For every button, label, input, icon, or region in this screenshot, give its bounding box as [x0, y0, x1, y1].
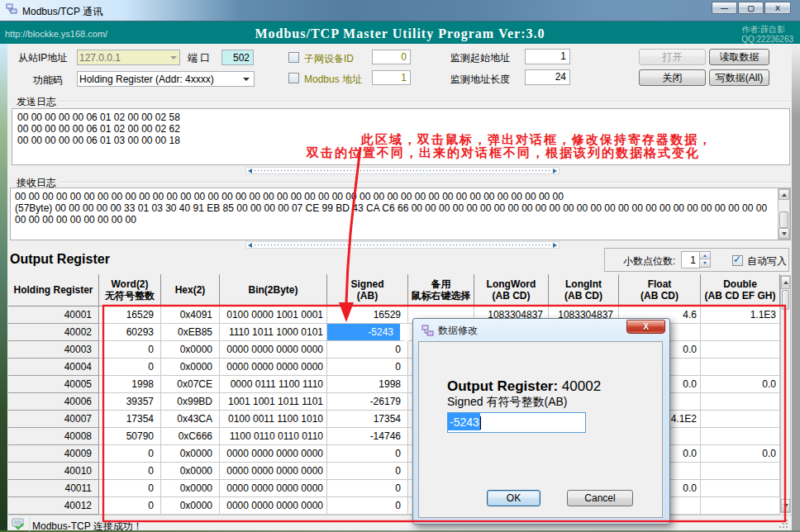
minimize-button[interactable]: —: [712, 2, 737, 14]
cell-40007-word[interactable]: 17354: [99, 411, 161, 428]
cell-40011-word[interactable]: 0: [99, 480, 161, 497]
cell-40002-signed[interactable]: -5243: [327, 324, 408, 341]
send-log-hscrollbar[interactable]: [245, 167, 560, 174]
slave-ip-combo[interactable]: 127.0.0.1: [77, 50, 180, 65]
cell-40009-word[interactable]: 0: [99, 445, 161, 463]
recv-log-hscrollbar[interactable]: [245, 241, 560, 249]
decimal-places-spinner[interactable]: 1: [681, 251, 700, 268]
cell-40003-signed[interactable]: 0: [327, 341, 408, 359]
func-combo-arrow-icon[interactable]: [243, 78, 250, 81]
cell-40003-word[interactable]: 0: [99, 341, 161, 359]
cell-40009-double[interactable]: 0.0: [701, 445, 780, 463]
cell-40011-double[interactable]: [701, 480, 780, 497]
cell-40002-word[interactable]: 60293: [99, 324, 161, 341]
cell-40001-hex[interactable]: 0x4091: [161, 306, 220, 324]
cell-40001-word[interactable]: 16529: [99, 306, 161, 324]
cell-40012-bin[interactable]: 0000 0000 0000 0000: [220, 497, 327, 515]
maximize-button[interactable]: ▢: [738, 2, 764, 14]
cell-40003-hex[interactable]: 0x0000: [161, 341, 220, 359]
cell-40012-double[interactable]: [701, 497, 780, 515]
recv-scroll-thumb[interactable]: [779, 211, 788, 228]
cell-40005-word[interactable]: 1998: [99, 376, 161, 393]
cell-40002-hex[interactable]: 0xEB85: [161, 324, 220, 341]
table-vscrollbar[interactable]: [780, 275, 791, 513]
cell-40010-signed[interactable]: 0: [327, 463, 408, 480]
cell-40004-bin[interactable]: 0000 0000 0000 0000: [220, 359, 327, 376]
cell-40007-double[interactable]: [701, 411, 780, 428]
table-scroll-up-icon[interactable]: [781, 276, 790, 289]
recv-log-vscrollbar[interactable]: [778, 188, 790, 240]
cell-40006-bin[interactable]: 1001 1001 1011 1101: [220, 393, 327, 411]
cell-40009-hex[interactable]: 0x0000: [161, 445, 220, 463]
dialog-close-button[interactable]: X: [626, 320, 665, 334]
close-button[interactable]: X: [764, 2, 791, 14]
output-register-title: Output Register: [10, 252, 110, 267]
cell-40006-word[interactable]: 39357: [99, 393, 161, 411]
resize-grip[interactable]: [779, 519, 788, 529]
cell-40007-hex[interactable]: 0x43CA: [161, 411, 220, 428]
cell-40012-hex[interactable]: 0x0000: [161, 497, 220, 515]
cell-40009-signed[interactable]: 0: [327, 445, 408, 463]
table-scroll-down-icon[interactable]: [781, 499, 790, 512]
cell-40008-signed[interactable]: -14746: [327, 428, 408, 445]
cell-40004-signed[interactable]: 0: [327, 359, 408, 376]
recv-scroll-down-icon[interactable]: [779, 228, 789, 239]
cell-40004-double[interactable]: [701, 359, 780, 376]
cell-40005-double[interactable]: 0.0: [701, 376, 780, 393]
cell-40008-hex[interactable]: 0xC666: [161, 428, 220, 445]
cell-40010-double[interactable]: [701, 463, 780, 480]
cell-40002-double[interactable]: [701, 324, 780, 341]
cell-40001-double[interactable]: 1.1E3: [701, 306, 780, 324]
cell-40010-hex[interactable]: 0x0000: [161, 463, 220, 480]
cell-40009-bin[interactable]: 0000 0000 0000 0000: [220, 445, 327, 463]
dialog-value-input[interactable]: -5243: [447, 412, 586, 433]
recv-scroll-up-icon[interactable]: [779, 189, 789, 200]
cell-40012-word[interactable]: 0: [99, 497, 161, 515]
cell-40012-signed[interactable]: 0: [327, 497, 408, 515]
cell-40008-word[interactable]: 50790: [99, 428, 161, 445]
modbus-addr-checkbox[interactable]: [288, 73, 299, 83]
cell-40001-bin[interactable]: 0100 0000 1001 0001: [220, 306, 327, 324]
addr-len-field[interactable]: 24: [525, 69, 570, 85]
ip-combo-arrow-icon[interactable]: [170, 56, 177, 59]
func-code-combo[interactable]: Holding Register (Addr: 4xxxx): [77, 71, 255, 87]
cell-40003-bin[interactable]: 0000 0000 0000 0000: [220, 341, 327, 359]
dialog-ok-button[interactable]: OK: [487, 490, 540, 506]
cell-40005-bin[interactable]: 0000 0111 1100 1110: [220, 376, 327, 393]
write-data-button[interactable]: 写数据(All): [709, 69, 769, 86]
cell-40010-bin[interactable]: 0000 0000 0000 0000: [220, 463, 327, 480]
port-field[interactable]: 502: [221, 50, 254, 65]
open-button[interactable]: 打开: [639, 49, 706, 65]
start-addr-field[interactable]: 1: [525, 49, 570, 64]
table-scroll-thumb[interactable]: [782, 290, 789, 310]
spinner-down-icon[interactable]: [699, 259, 711, 268]
cell-40004-hex[interactable]: 0x0000: [161, 359, 220, 376]
cell-40005-hex[interactable]: 0x07CE: [161, 376, 220, 393]
dialog-cancel-button[interactable]: Cancel: [567, 490, 633, 506]
cell-40008-bin[interactable]: 1100 0110 0110 0110: [220, 428, 327, 445]
read-data-button[interactable]: 读取数据: [709, 49, 769, 65]
cell-40007-signed[interactable]: 17354: [327, 411, 408, 428]
subnet-id-checkbox[interactable]: [288, 52, 299, 63]
cell-40003-double[interactable]: [701, 341, 780, 359]
cell-40006-signed[interactable]: -26179: [327, 393, 408, 411]
close-conn-button[interactable]: 关闭: [639, 69, 706, 86]
spinner-up-icon[interactable]: [699, 251, 711, 259]
cell-40011-hex[interactable]: 0x0000: [161, 480, 220, 497]
cell-40008-double[interactable]: [701, 428, 780, 445]
cell-40011-signed[interactable]: 0: [327, 480, 408, 497]
cell-40005-signed[interactable]: 1998: [327, 376, 408, 393]
cell-40011-bin[interactable]: 0000 0000 0000 0000: [220, 480, 327, 497]
cell-40004-word[interactable]: 0: [99, 359, 161, 376]
cell-40010-word[interactable]: 0: [99, 463, 161, 480]
subnet-id-field[interactable]: 0: [372, 50, 411, 64]
auto-write-checkbox[interactable]: ✓: [732, 255, 743, 266]
cell-40006-double[interactable]: [701, 393, 780, 411]
cell-40001-signed[interactable]: 16529: [327, 306, 408, 324]
cell-40007-bin[interactable]: 0100 0011 1100 1010: [220, 411, 327, 428]
cell-40006-hex[interactable]: 0x99BD: [161, 393, 220, 411]
recv-log-memo[interactable]: 00 00 00 00 00 00 00 00 00 00 00 00 00 0…: [10, 188, 791, 240]
modbus-addr-field[interactable]: 1: [372, 70, 411, 85]
cell-40002-bin[interactable]: 1110 1011 1000 0101: [220, 324, 327, 341]
spinner-buttons[interactable]: [699, 251, 711, 268]
